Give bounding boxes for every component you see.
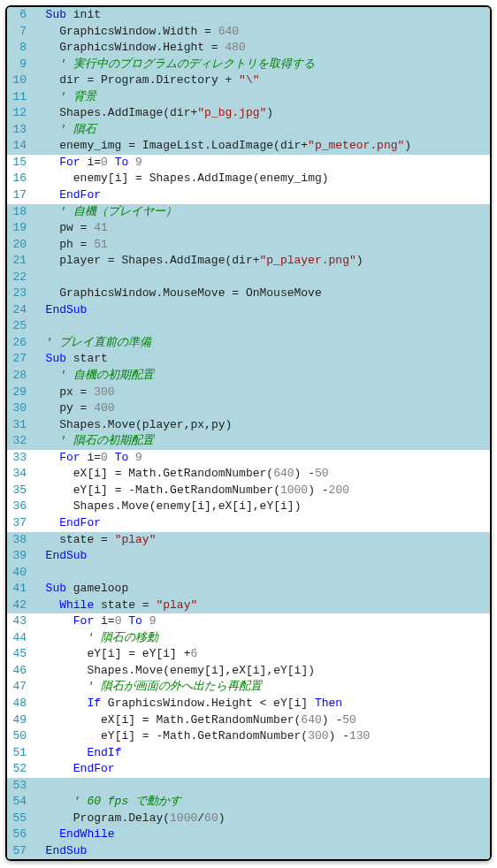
code-line[interactable]: 57 EndSub (7, 843, 490, 860)
code-line[interactable]: 22 (7, 270, 490, 286)
code-content[interactable]: ' 隕石の初期配置 (32, 433, 490, 450)
code-content[interactable]: EndFor (32, 761, 490, 778)
code-content[interactable]: px = 300 (32, 385, 490, 401)
code-content[interactable]: eX[i] = Math.GetRandomNumber(640) -50 (32, 712, 490, 729)
code-content[interactable]: If GraphicsWindow.Height < eY[i] Then (32, 696, 490, 712)
code-content[interactable]: ' 隕石の移動 (32, 630, 490, 647)
code-content[interactable]: EndFor (32, 515, 490, 532)
code-line[interactable]: 33 For i=0 To 9 (7, 450, 490, 467)
code-content[interactable]: For i=0 To 9 (32, 450, 490, 467)
code-content[interactable]: GraphicsWindow.MouseMove = OnMouseMove (32, 286, 490, 302)
code-content[interactable]: ' 自機の初期配置 (32, 368, 490, 385)
code-line[interactable]: 35 eY[i] = -Math.GetRandomNumber(1000) -… (7, 483, 490, 499)
code-content[interactable]: EndIf (32, 745, 490, 762)
code-line[interactable]: 8 GraphicsWindow.Height = 480 (7, 40, 490, 57)
code-content[interactable]: EndSub (32, 302, 490, 319)
code-line[interactable]: 50 eY[i] = -Math.GetRandomNumber(300) -1… (7, 728, 490, 745)
code-content[interactable]: Sub start (32, 351, 490, 368)
code-line[interactable]: 37 EndFor (7, 515, 490, 532)
code-content[interactable]: Sub init (32, 7, 490, 24)
code-content[interactable]: EndSub (32, 548, 490, 565)
code-editor[interactable]: 6 Sub init7 GraphicsWindow.Width = 6408 … (5, 5, 492, 861)
code-line[interactable]: 24 EndSub (7, 302, 490, 319)
code-line[interactable]: 51 EndIf (7, 745, 490, 762)
code-line[interactable]: 14 enemy_img = ImageList.LoadImage(dir+"… (7, 138, 490, 155)
code-content[interactable]: For i=0 To 9 (32, 613, 490, 630)
code-content[interactable]: GraphicsWindow.Height = 480 (32, 40, 490, 57)
code-line[interactable]: 21 player = Shapes.AddImage(dir+"p_playe… (7, 253, 490, 270)
code-content[interactable]: ' プレイ直前の準備 (32, 335, 490, 352)
code-line[interactable]: 30 py = 400 (7, 400, 490, 417)
code-content[interactable]: ' 60 fps で動かす (32, 794, 490, 811)
code-content[interactable]: Shapes.Move(enemy[i],eX[i],eY[i]) (32, 499, 490, 515)
code-line[interactable]: 55 Program.Delay(1000/60) (7, 811, 490, 827)
code-line[interactable]: 25 (7, 318, 490, 335)
code-content[interactable]: Program.Delay(1000/60) (32, 811, 490, 827)
code-line[interactable]: 47 ' 隕石が画面の外へ出たら再配置 (7, 679, 490, 696)
code-content[interactable]: GraphicsWindow.Width = 640 (32, 24, 490, 41)
code-content[interactable]: eY[i] = -Math.GetRandomNumber(1000) -200 (32, 483, 490, 499)
code-line[interactable]: 40 (7, 565, 490, 582)
code-content[interactable]: ' 隕石 (32, 122, 490, 139)
code-content[interactable]: enemy[i] = Shapes.AddImage(enemy_img) (32, 171, 490, 187)
code-content[interactable]: eX[i] = Math.GetRandomNumber(640) -50 (32, 466, 490, 483)
code-content[interactable]: ' 実行中のプログラムのディレクトリを取得する (32, 57, 490, 73)
code-content[interactable]: EndSub (32, 843, 490, 860)
code-line[interactable]: 17 EndFor (7, 187, 490, 204)
code-line[interactable]: 32 ' 隕石の初期配置 (7, 433, 490, 450)
code-content[interactable]: Sub gameloop (32, 581, 490, 598)
code-line[interactable]: 39 EndSub (7, 548, 490, 565)
code-content[interactable]: enemy_img = ImageList.LoadImage(dir+"p_m… (32, 138, 490, 155)
code-line[interactable]: 18 ' 自機（プレイヤー） (7, 204, 490, 221)
code-line[interactable]: 26 ' プレイ直前の準備 (7, 335, 490, 352)
code-line[interactable]: 15 For i=0 To 9 (7, 155, 490, 171)
code-content[interactable]: While state = "play" (32, 598, 490, 614)
code-line[interactable]: 52 EndFor (7, 761, 490, 778)
code-content[interactable]: ph = 51 (32, 237, 490, 254)
code-line[interactable]: 34 eX[i] = Math.GetRandomNumber(640) -50 (7, 466, 490, 483)
code-line[interactable]: 28 ' 自機の初期配置 (7, 368, 490, 385)
code-line[interactable]: 36 Shapes.Move(enemy[i],eX[i],eY[i]) (7, 499, 490, 515)
code-line[interactable]: 6 Sub init (7, 7, 490, 24)
code-content[interactable]: Shapes.Move(enemy[i],eX[i],eY[i]) (32, 663, 490, 680)
code-line[interactable]: 31 Shapes.Move(player,px,py) (7, 417, 490, 434)
code-line[interactable]: 54 ' 60 fps で動かす (7, 794, 490, 811)
code-line[interactable]: 27 Sub start (7, 351, 490, 368)
code-line[interactable]: 11 ' 背景 (7, 89, 490, 106)
code-content[interactable]: ' 自機（プレイヤー） (32, 204, 490, 221)
code-content[interactable]: Shapes.Move(player,px,py) (32, 417, 490, 434)
code-line[interactable]: 9 ' 実行中のプログラムのディレクトリを取得する (7, 57, 490, 73)
code-content[interactable]: py = 400 (32, 400, 490, 417)
code-line[interactable]: 19 pw = 41 (7, 220, 490, 237)
code-content[interactable]: ' 隕石が画面の外へ出たら再配置 (32, 679, 490, 696)
code-line[interactable]: 7 GraphicsWindow.Width = 640 (7, 24, 490, 41)
code-content[interactable]: For i=0 To 9 (32, 155, 490, 171)
code-content[interactable]: Shapes.AddImage(dir+"p_bg.jpg") (32, 105, 490, 122)
code-line[interactable]: 53 (7, 778, 490, 795)
code-line[interactable]: 41 Sub gameloop (7, 581, 490, 598)
code-content[interactable]: player = Shapes.AddImage(dir+"p_player.p… (32, 253, 490, 270)
code-content[interactable]: eY[i] = -Math.GetRandomNumber(300) -130 (32, 728, 490, 745)
code-content[interactable]: state = "play" (32, 532, 490, 549)
code-line[interactable]: 45 eY[i] = eY[i] +6 (7, 646, 490, 663)
code-line[interactable]: 29 px = 300 (7, 385, 490, 401)
code-content[interactable]: EndWhile (32, 826, 490, 843)
code-line[interactable]: 56 EndWhile (7, 826, 490, 843)
code-line[interactable]: 44 ' 隕石の移動 (7, 630, 490, 647)
code-content[interactable]: EndFor (32, 187, 490, 204)
code-content[interactable]: eY[i] = eY[i] +6 (32, 646, 490, 663)
code-content[interactable]: dir = Program.Directory + "\" (32, 72, 490, 89)
code-content[interactable]: ' 背景 (32, 89, 490, 106)
code-line[interactable]: 42 While state = "play" (7, 598, 490, 614)
code-line[interactable]: 12 Shapes.AddImage(dir+"p_bg.jpg") (7, 105, 490, 122)
code-line[interactable]: 46 Shapes.Move(enemy[i],eX[i],eY[i]) (7, 663, 490, 680)
code-line[interactable]: 48 If GraphicsWindow.Height < eY[i] Then (7, 696, 490, 712)
code-content[interactable]: pw = 41 (32, 220, 490, 237)
code-line[interactable]: 43 For i=0 To 9 (7, 613, 490, 630)
code-line[interactable]: 49 eX[i] = Math.GetRandomNumber(640) -50 (7, 712, 490, 729)
code-line[interactable]: 16 enemy[i] = Shapes.AddImage(enemy_img) (7, 171, 490, 187)
code-line[interactable]: 38 state = "play" (7, 532, 490, 549)
code-line[interactable]: 10 dir = Program.Directory + "\" (7, 72, 490, 89)
code-line[interactable]: 20 ph = 51 (7, 237, 490, 254)
code-line[interactable]: 23 GraphicsWindow.MouseMove = OnMouseMov… (7, 286, 490, 302)
